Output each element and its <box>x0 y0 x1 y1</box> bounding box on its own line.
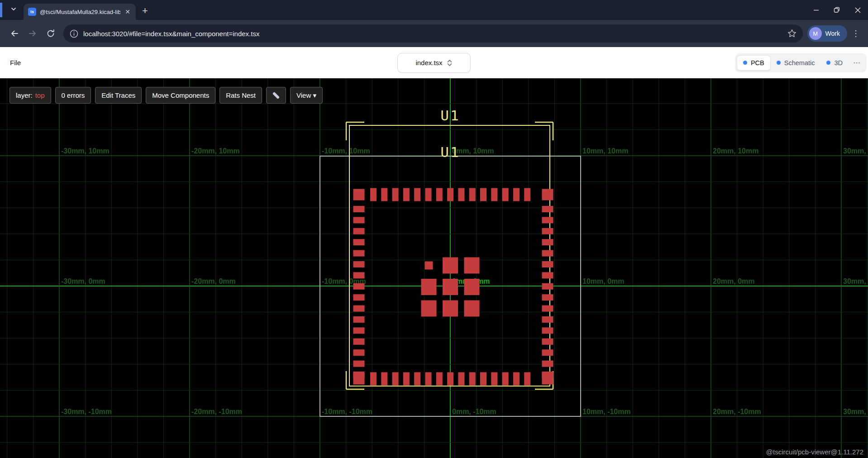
pcb-pad[interactable] <box>542 206 553 212</box>
component-reference-text[interactable]: U1 <box>440 107 460 124</box>
pcb-pad[interactable] <box>542 349 553 356</box>
pcb-pad[interactable] <box>491 372 497 386</box>
pcb-pad[interactable] <box>542 361 553 367</box>
pcb-pad[interactable] <box>353 206 365 212</box>
view-tab-3d[interactable]: 3D <box>820 56 849 70</box>
pcb-pad[interactable] <box>542 261 553 267</box>
pcb-pad[interactable] <box>353 228 365 234</box>
pcb-pad[interactable] <box>403 188 410 201</box>
pcb-pad[interactable] <box>513 188 520 201</box>
pcb-pad[interactable] <box>502 188 509 201</box>
pcb-pad[interactable] <box>353 316 365 323</box>
pcb-pad[interactable] <box>542 305 553 312</box>
edit-pencil-button[interactable] <box>266 87 286 104</box>
move-components-button[interactable]: Move Components <box>146 87 215 104</box>
pcb-pad[interactable] <box>542 294 553 301</box>
pcb-pad[interactable] <box>353 189 365 200</box>
pcb-pad[interactable] <box>353 339 365 345</box>
pcb-pad[interactable] <box>421 301 437 317</box>
pcb-pad[interactable] <box>443 258 458 274</box>
browser-profile-chip[interactable]: M Work <box>807 25 847 42</box>
pcb-canvas[interactable]: -30mm, 10mm-20mm, 10mm-10mm, 10mm0mm, 10… <box>0 78 868 458</box>
view-more-button[interactable]: ⋯ <box>849 58 865 67</box>
errors-button[interactable]: 0 errors <box>55 87 91 104</box>
pcb-pad[interactable] <box>443 301 458 317</box>
view-tab-pcb[interactable]: PCB <box>737 55 771 71</box>
pcb-pad[interactable] <box>542 239 553 245</box>
pcb-pad[interactable] <box>447 372 453 386</box>
window-restore-button[interactable] <box>826 0 847 20</box>
pcb-pad[interactable] <box>542 283 553 290</box>
pcb-pad[interactable] <box>542 372 553 378</box>
pcb-pad[interactable] <box>436 372 443 386</box>
pcb-pad[interactable] <box>502 372 509 386</box>
pcb-pad[interactable] <box>425 262 433 270</box>
layer-button[interactable]: layer: top <box>10 87 51 104</box>
pcb-pad[interactable] <box>353 261 365 267</box>
pcb-pad[interactable] <box>458 188 464 201</box>
tab-search-button[interactable] <box>6 3 21 17</box>
file-menu[interactable]: File <box>10 59 21 67</box>
pcb-pad[interactable] <box>542 339 553 345</box>
pcb-pad[interactable] <box>353 272 365 278</box>
tab-close-icon[interactable]: ✕ <box>124 8 131 15</box>
pcb-pad[interactable] <box>392 372 399 386</box>
pcb-pad[interactable] <box>414 188 420 201</box>
pcb-pad[interactable] <box>542 189 553 200</box>
back-button[interactable] <box>7 26 22 41</box>
pcb-pad[interactable] <box>542 217 553 223</box>
window-close-button[interactable] <box>847 0 868 20</box>
window-minimize-button[interactable] <box>806 0 826 20</box>
pcb-pad[interactable] <box>425 188 432 201</box>
pcb-pad[interactable] <box>480 188 486 201</box>
pcb-pad[interactable] <box>421 279 437 295</box>
pcb-pad[interactable] <box>353 372 365 378</box>
pcb-pad[interactable] <box>443 279 458 295</box>
pcb-pad[interactable] <box>542 250 553 257</box>
file-select-dropdown[interactable]: index.tsx <box>397 53 471 73</box>
component-reference-text[interactable]: U1 <box>440 144 460 160</box>
pcb-pad[interactable] <box>542 228 553 234</box>
pcb-pad[interactable] <box>353 361 365 367</box>
pcb-pad[interactable] <box>480 372 486 386</box>
browser-tab[interactable]: ts @tsci/MustafaMulla29.kicad-lib ✕ <box>24 4 136 20</box>
pcb-pad[interactable] <box>353 305 365 312</box>
pcb-pad[interactable] <box>353 217 365 223</box>
pcb-pad[interactable] <box>458 372 464 386</box>
pcb-pad[interactable] <box>414 372 420 386</box>
edit-traces-button[interactable]: Edit Traces <box>95 87 142 104</box>
new-tab-button[interactable]: + <box>142 6 148 15</box>
pcb-pad[interactable] <box>436 188 443 201</box>
pcb-pad[interactable] <box>403 372 410 386</box>
pcb-pad[interactable] <box>353 327 365 334</box>
pcb-pad[interactable] <box>353 250 365 257</box>
pcb-pad[interactable] <box>381 372 387 386</box>
pcb-pad[interactable] <box>392 188 399 201</box>
rats-nest-button[interactable]: Rats Nest <box>219 87 262 104</box>
pcb-pad[interactable] <box>370 372 377 386</box>
pcb-pad[interactable] <box>542 316 553 323</box>
view-tab-schematic[interactable]: Schematic <box>771 56 821 70</box>
browser-menu-kebab-icon[interactable]: ⋮ <box>849 26 863 41</box>
pcb-pad[interactable] <box>353 239 365 245</box>
pcb-pad[interactable] <box>353 349 365 356</box>
pcb-pad[interactable] <box>447 188 453 201</box>
pcb-pad[interactable] <box>542 272 553 278</box>
forward-button[interactable] <box>25 26 40 41</box>
pcb-pad[interactable] <box>513 372 520 386</box>
pcb-pad[interactable] <box>464 279 480 295</box>
pcb-pad[interactable] <box>469 372 476 386</box>
pcb-pad[interactable] <box>353 294 365 301</box>
url-bar[interactable]: localhost:3020/#file=index.tsx&main_comp… <box>63 24 803 43</box>
bookmark-star-icon[interactable] <box>787 29 796 38</box>
pcb-pad[interactable] <box>353 283 365 290</box>
view-menu-button[interactable]: View ▾ <box>290 87 323 104</box>
pcb-pad[interactable] <box>542 327 553 334</box>
pcb-pad[interactable] <box>425 372 432 386</box>
pcb-pad[interactable] <box>464 301 480 317</box>
pcb-pad[interactable] <box>381 188 387 201</box>
pcb-pad[interactable] <box>464 258 480 274</box>
pcb-pad[interactable] <box>469 188 476 201</box>
site-info-icon[interactable] <box>70 29 78 38</box>
pcb-pad[interactable] <box>370 188 377 201</box>
